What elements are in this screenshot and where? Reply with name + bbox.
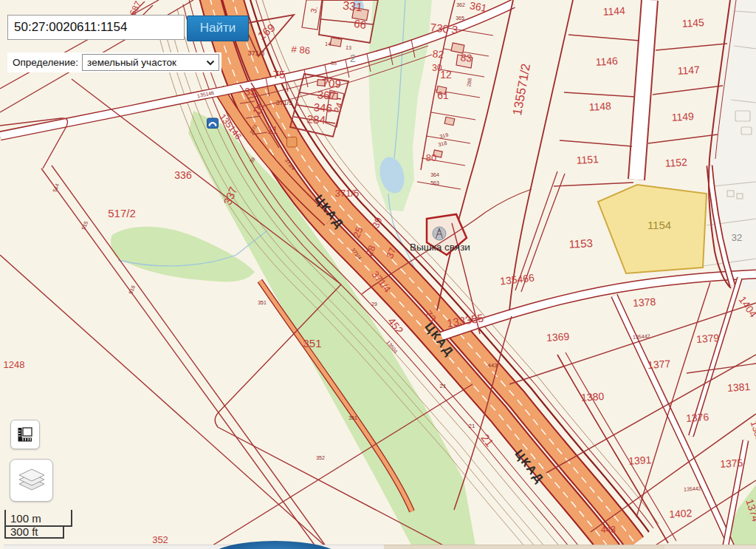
find-button[interactable]: Найти (187, 16, 249, 41)
map-label: 12 (440, 69, 452, 81)
definition-label: Определение: (13, 57, 78, 68)
cadastral-search-input[interactable] (7, 15, 185, 40)
map-label: 35 (244, 86, 256, 98)
map-label: 1380 (581, 390, 605, 403)
map-label: 364 (430, 172, 439, 177)
map-label: 14 (325, 41, 331, 47)
map-label: 336 (174, 169, 192, 181)
map-label: 351 (258, 300, 267, 305)
map-label: 13 (346, 45, 351, 51)
map-label: 351 (303, 337, 321, 349)
map-label: 367 (317, 88, 336, 102)
map-label: 1145 (681, 16, 704, 30)
map-label: 80 (426, 152, 436, 163)
bridge-shield-icon (207, 118, 219, 129)
map-label: 1152 (664, 156, 687, 169)
toll-ruble-icon (287, 137, 298, 148)
definition-select[interactable]: земельный участок (82, 54, 219, 71)
map-label: 362 (456, 2, 465, 7)
map-label: 1151 (576, 153, 599, 166)
map-label: 1154 (647, 219, 671, 231)
map-label: 443 (601, 525, 616, 535)
map-label: 1148 (588, 100, 611, 113)
tower-icon (433, 227, 446, 240)
map-canvas[interactable]: 6871693.33166# 8614138527570936724346284… (0, 0, 756, 549)
map-label: 1375 (720, 457, 743, 470)
map-label: 1153 (568, 236, 593, 250)
map-label: 1402 (669, 507, 693, 520)
map-label: 284 (306, 112, 326, 126)
map-label: Вышка связи (410, 242, 470, 253)
map-label: 517/2 (108, 207, 136, 219)
map-label: 1381 (727, 381, 751, 394)
map-label: 29 (371, 301, 377, 307)
map-label: 21 (469, 423, 475, 429)
measure-tool-button[interactable] (10, 420, 40, 449)
layers-icon (18, 468, 46, 493)
map-label: 1149 (671, 110, 694, 123)
map-label: 371/5 (335, 188, 360, 199)
map-label: 66 (353, 17, 367, 31)
map-label: 82 (432, 47, 444, 61)
map-label: 32 (732, 232, 742, 243)
scale-metric-label: 100 m (10, 512, 41, 525)
map-label: 2 (350, 52, 356, 64)
map-label: 331 (342, 0, 362, 13)
definition-selected-value: земельный участок (87, 57, 176, 68)
map-label: 83 (460, 51, 472, 64)
footer-strip (664, 545, 756, 549)
ruler-icon (16, 426, 34, 443)
map-label: 1377 (647, 358, 671, 371)
map-label: 1391 (628, 454, 652, 467)
map-label: 1248 (4, 359, 25, 370)
map-label: 443 (487, 362, 498, 369)
scale-imperial-label: 300 ft (10, 525, 38, 538)
map-label: 1144 (602, 4, 625, 18)
map-label: 85 (331, 61, 337, 67)
chevron-down-icon (206, 60, 215, 66)
map-label: 563 (430, 180, 439, 185)
map-label: # 86 (291, 44, 310, 56)
map-label: 1369 (546, 330, 570, 344)
map-label: 11 (267, 124, 278, 136)
map-label: 21 (440, 383, 447, 389)
map-label: 371/3 (248, 50, 265, 57)
map-label: 351 (348, 415, 357, 420)
map-label: 1376 (686, 411, 709, 424)
map-label: 61 (437, 89, 449, 101)
map-label: 1146 (595, 55, 618, 68)
scale-bar: 100 m 300 ft (4, 505, 92, 549)
definition-bar: Определение: земельный участок (7, 52, 221, 72)
map-label: 371/5 (276, 99, 293, 106)
footer-strip (384, 545, 664, 549)
map-label: 365 (456, 16, 464, 21)
map-label: 1379 (696, 332, 720, 345)
map-label: 352 (316, 455, 325, 460)
map-label: 75 (273, 68, 286, 81)
layers-button[interactable] (10, 459, 53, 502)
map-label: 352 (152, 534, 168, 545)
cadastral-map-app: 6871693.33166# 8614138527570936724346284… (0, 0, 756, 549)
map-label: 1378 (633, 296, 656, 309)
map-label: 1147 (677, 64, 700, 77)
